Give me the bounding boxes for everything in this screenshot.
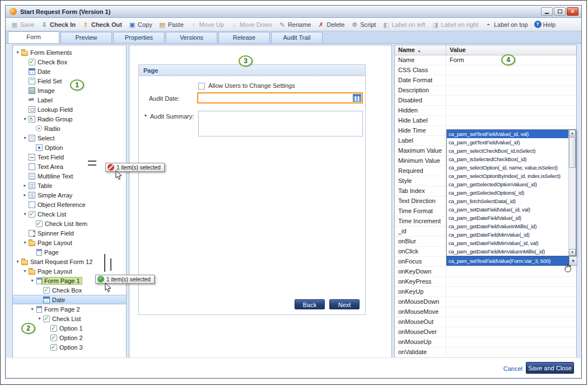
- property-row-onmouseout[interactable]: onMouseOut: [395, 317, 576, 327]
- property-value[interactable]: [446, 76, 576, 85]
- dropdown-item-10[interactable]: ca_pam_getDateFieldValue(_id): [447, 214, 568, 222]
- tree-item-page[interactable]: Page: [13, 247, 126, 257]
- tree-expander-icon[interactable]: ▸: [22, 192, 28, 197]
- property-row-onmousemove[interactable]: onMouseMove: [395, 307, 576, 317]
- tree-expander-icon[interactable]: ▾: [22, 116, 28, 121]
- tree-item-field-set[interactable]: Field Set: [13, 76, 126, 86]
- tree-item-date[interactable]: Date: [13, 295, 126, 304]
- toolbar-button-check-in[interactable]: ⇩Check In: [38, 20, 78, 30]
- property-row-onmouseup[interactable]: onMouseUp: [395, 337, 576, 347]
- tree-expander-icon[interactable]: ▾: [22, 269, 28, 274]
- toolbar-button-check-out[interactable]: ⇧Check Out: [79, 20, 125, 30]
- property-row-onmouseover[interactable]: onMouseOver: [395, 327, 576, 337]
- tree-item-spinner-field[interactable]: Spinner Field: [13, 228, 126, 238]
- toolbar-button-label-on-right[interactable]: ◨Label on right: [428, 20, 481, 30]
- property-value[interactable]: [446, 86, 576, 95]
- property-value[interactable]: [446, 307, 576, 317]
- toolbar-button-save[interactable]: ▦Save: [8, 20, 37, 30]
- restore-button[interactable]: [554, 7, 566, 16]
- tree-item-option[interactable]: Option: [13, 143, 126, 152]
- property-row-onmousedown[interactable]: onMouseDown: [395, 297, 576, 307]
- tree-expander-icon[interactable]: ▸: [22, 183, 28, 188]
- audit-date-input[interactable]: [197, 92, 363, 103]
- toolbar-button-help[interactable]: ?Help: [531, 20, 559, 29]
- property-value[interactable]: [446, 327, 576, 337]
- dropdown-item-6[interactable]: ca_pam_getSelectedOptionValues(_id): [447, 180, 568, 189]
- tree-item-multiline-text[interactable]: Multiline Text: [13, 171, 126, 181]
- tree-item-radio[interactable]: Radio: [13, 124, 126, 133]
- toolbar-button-delete[interactable]: ✗Delete: [314, 20, 347, 30]
- tree-item-check-list[interactable]: ▾Check List: [13, 209, 126, 219]
- tree-item-form-page-2[interactable]: ▾Form Page 2: [13, 304, 126, 314]
- dropdown-item-13[interactable]: ca_pam_setDateFieldMinValue(_id, val): [447, 239, 568, 247]
- tab-preview[interactable]: Preview: [60, 32, 112, 43]
- name-column-header[interactable]: Name▲: [395, 45, 446, 55]
- value-column-header[interactable]: Value: [446, 45, 576, 55]
- tree-expander-icon[interactable]: ▾: [29, 307, 35, 312]
- back-button[interactable]: Back: [295, 299, 325, 309]
- onfocus-value-editor[interactable]: ca_pam_setTextFieldValue(Form.Var_3, 500…: [446, 256, 569, 266]
- tree-item-option-3[interactable]: Option 3: [13, 342, 126, 352]
- close-button[interactable]: ×: [567, 7, 578, 16]
- scroll-down-icon[interactable]: ▼: [569, 249, 576, 256]
- property-value[interactable]: [446, 96, 576, 105]
- cancel-link[interactable]: Cancel: [503, 365, 522, 372]
- dropdown-item-11[interactable]: ca_pam_getDateFieldValueInMillis(_id): [447, 222, 568, 230]
- toolbar-button-label-on-left[interactable]: ◧Label on left: [379, 20, 428, 30]
- dropdown-item-7[interactable]: ca_pam_getSelectedOptions(_id): [447, 189, 568, 197]
- tab-audit-trail[interactable]: Audit Trail: [271, 32, 323, 43]
- tree-item-label[interactable]: Label: [13, 95, 126, 105]
- property-row-css-class[interactable]: CSS Class: [395, 65, 576, 76]
- property-value[interactable]: [446, 347, 576, 357]
- scrollbar-thumb[interactable]: [569, 137, 576, 168]
- property-value[interactable]: [446, 267, 576, 276]
- property-row-name[interactable]: NameForm: [395, 55, 576, 65]
- dropdown-item-1[interactable]: ca_pam_getTextFieldValue(_id): [447, 138, 568, 147]
- tree-item-select[interactable]: ▾Select: [13, 133, 126, 143]
- property-row-onkeydown[interactable]: onKeyDown: [395, 267, 576, 277]
- property-value[interactable]: [446, 106, 576, 115]
- tab-versions[interactable]: Versions: [166, 32, 217, 43]
- tree-item-start-request-form-12[interactable]: ▾Start Request Form 12: [13, 257, 126, 266]
- dropdown-item-14[interactable]: ca_pam_getDateFieldMinValueInMillis(_id): [447, 247, 568, 256]
- tree-expander-icon[interactable]: ▾: [22, 240, 28, 245]
- tree-expander-icon[interactable]: ▾: [15, 259, 21, 264]
- property-value[interactable]: [446, 337, 576, 347]
- scroll-up-icon[interactable]: ▲: [569, 130, 576, 136]
- property-row-disabled[interactable]: Disabled: [395, 96, 576, 106]
- toolbar-button-label-on-top[interactable]: ◓Label on top: [482, 20, 531, 30]
- next-button[interactable]: Next: [329, 299, 360, 309]
- tree-item-text-field[interactable]: Text Field: [13, 152, 126, 162]
- property-value[interactable]: [446, 287, 576, 296]
- calendar-icon[interactable]: [353, 94, 361, 102]
- property-value[interactable]: [446, 317, 576, 327]
- tree-expander-icon[interactable]: ▾: [22, 135, 28, 140]
- property-row-description[interactable]: Description: [395, 86, 576, 96]
- dropdown-scrollbar[interactable]: ▲ ▼: [568, 130, 576, 256]
- tree-item-check-box[interactable]: Check Box: [13, 57, 126, 67]
- minimize-button[interactable]: [541, 7, 553, 16]
- toolbar-button-move-down[interactable]: ↓Move Down: [227, 20, 275, 30]
- dropdown-item-5[interactable]: ca_pam_selectOptionByIndex(_id, index,is…: [447, 172, 568, 180]
- tab-properties[interactable]: Properties: [113, 32, 165, 43]
- tree-item-form-elements[interactable]: ▾Form Elements: [13, 48, 126, 57]
- property-row-onkeypress[interactable]: onKeyPress: [395, 277, 576, 287]
- property-value[interactable]: [446, 277, 576, 286]
- tree-expander-icon[interactable]: ▾: [15, 50, 21, 55]
- dropdown-item-0[interactable]: ca_pam_setTextFieldValue(_id, val): [447, 130, 568, 138]
- tree-item-check-list[interactable]: ▾Check List: [13, 314, 126, 323]
- toolbar-button-move-up[interactable]: ↑Move Up: [187, 20, 227, 30]
- dropdown-item-3[interactable]: ca_pam_isSelectedCheckBox(_id): [447, 155, 568, 163]
- tree-item-object-reference[interactable]: Object Reference: [13, 200, 126, 209]
- toolbar-button-copy[interactable]: ▣Copy: [125, 20, 155, 30]
- dropdown-item-9[interactable]: ca_pam_setDateFieldValue(_id, val): [447, 205, 568, 214]
- tree-item-table[interactable]: ▸Table: [13, 181, 126, 190]
- property-value[interactable]: [446, 116, 576, 125]
- toolbar-button-script[interactable]: ⚙Script: [348, 20, 379, 30]
- tree-item-date[interactable]: Date: [13, 67, 126, 76]
- dropdown-item-8[interactable]: ca_pam_fetchSelectData(_id): [447, 197, 568, 205]
- tree-item-image[interactable]: Image: [13, 86, 126, 95]
- property-row-onvalidate[interactable]: onValidate: [395, 347, 576, 357]
- tab-release[interactable]: Release: [218, 32, 270, 43]
- tree-item-option-2[interactable]: Option 2: [13, 333, 126, 342]
